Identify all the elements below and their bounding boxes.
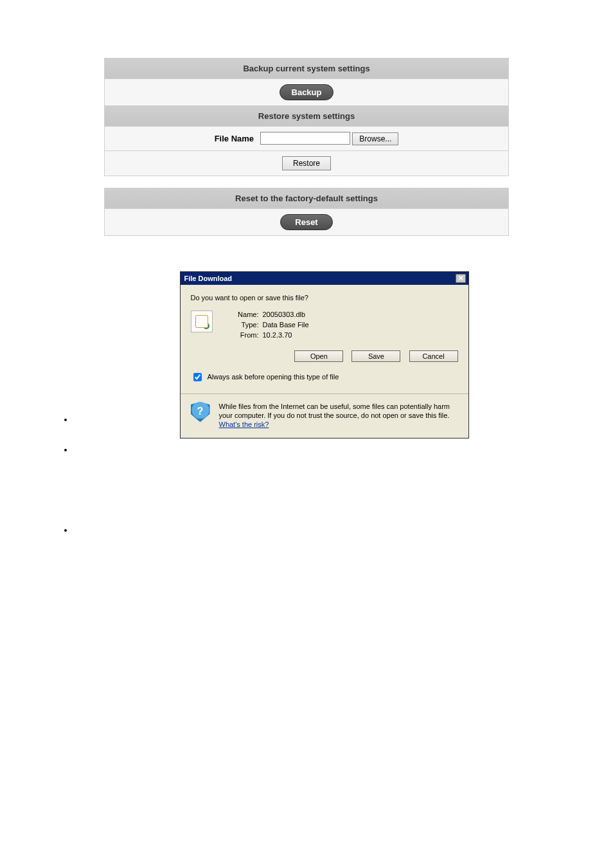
type-label: Type: — [232, 321, 263, 329]
dialog-title: File Download — [184, 275, 233, 282]
restore-header: Restore system settings — [105, 106, 509, 127]
backup-header: Backup current system settings — [105, 59, 509, 79]
file-download-dialog: File Download ✕ Do you want to open or s… — [180, 271, 469, 439]
dialog-prompt: Do you want to open or save this file? — [191, 294, 458, 302]
reset-table: Reset to the factory-default settings Re… — [104, 188, 509, 236]
backup-restore-table: Backup current system settings Backup Re… — [104, 58, 509, 176]
always-ask-checkbox[interactable] — [193, 373, 202, 381]
backup-button[interactable]: Backup — [280, 84, 334, 100]
file-name-input[interactable] — [260, 132, 350, 145]
save-button[interactable]: Save — [351, 350, 400, 362]
from-label: From: — [232, 331, 263, 339]
dialog-titlebar: File Download ✕ — [181, 272, 468, 285]
bullet-item: File Download ✕ Do you want to open or s… — [74, 271, 574, 439]
bullet-item — [74, 445, 574, 455]
file-name-label: File Name — [215, 134, 254, 143]
cancel-button[interactable]: Cancel — [409, 350, 458, 362]
shield-icon — [191, 402, 210, 422]
warning-text: While files from the Internet can be use… — [219, 402, 458, 429]
bullet-item — [74, 525, 574, 535]
always-ask-label: Always ask before opening this type of f… — [208, 373, 339, 381]
close-icon[interactable]: ✕ — [456, 274, 466, 283]
open-button[interactable]: Open — [294, 350, 343, 362]
from-value: 10.2.3.70 — [263, 331, 309, 339]
risk-link[interactable]: What's the risk? — [219, 420, 269, 428]
browse-button[interactable]: Browse... — [352, 132, 398, 145]
restore-button[interactable]: Restore — [282, 156, 331, 170]
type-value: Data Base File — [263, 321, 309, 329]
name-label: Name: — [232, 311, 263, 318]
name-value: 20050303.dlb — [263, 311, 309, 318]
reset-header: Reset to the factory-default settings — [105, 188, 509, 208]
file-type-icon — [191, 311, 213, 332]
bullet-list: File Download ✕ Do you want to open or s… — [48, 271, 574, 536]
reset-button[interactable]: Reset — [280, 214, 333, 230]
